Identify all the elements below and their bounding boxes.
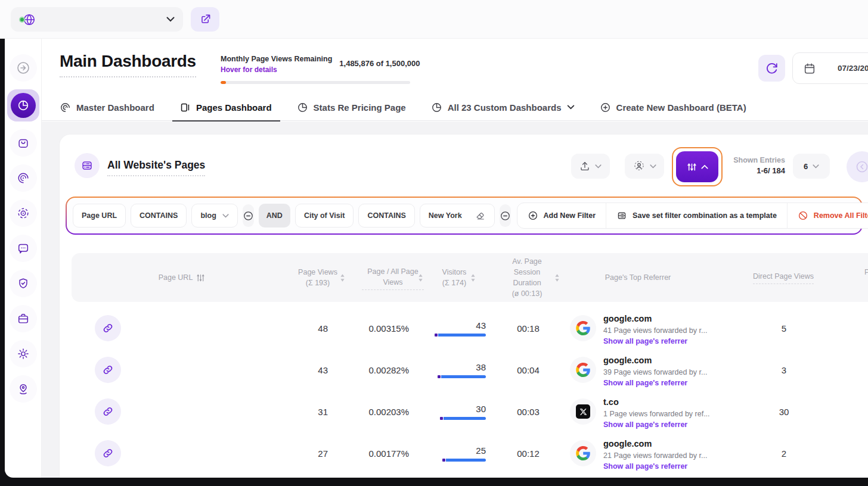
sort-duration[interactable]: [553, 253, 561, 302]
page-views-cell: 27: [268, 432, 328, 474]
filter-value-chip[interactable]: New York: [420, 204, 495, 228]
col-label: Page Views: [298, 267, 337, 278]
dashboard-pie-icon: [11, 93, 36, 118]
table-row[interactable]: 27 0.00177% 25 00:12 google.com 21 Page …: [72, 432, 868, 474]
col-sublabel: Views: [383, 277, 402, 288]
col-direct-page-views[interactable]: Direct Page Views: [736, 253, 831, 302]
no-entry-icon: [798, 210, 808, 221]
page-url-cell: [185, 307, 268, 349]
column-sliders-icon[interactable]: [196, 273, 205, 282]
chevron-down-icon: [813, 164, 819, 169]
save-filter-template-button[interactable]: Save set filter combination as a templat…: [606, 203, 787, 228]
top-bar: [0, 0, 868, 39]
chevron-down-icon: [222, 214, 229, 218]
plus-circle-icon: [528, 210, 538, 221]
sidebar-item-behavior[interactable]: [10, 164, 37, 192]
sort-visitors[interactable]: [469, 253, 477, 302]
direct-views-cell: 2: [754, 432, 814, 474]
referrer-detail: 1 Page views forwarded by ref...: [603, 409, 758, 419]
tab-stats-re-pricing-page[interactable]: Stats Re Pricing Page: [297, 94, 406, 121]
quota-widget: Monthly Page Views Remaining Hover for d…: [221, 55, 413, 84]
page-link-icon[interactable]: [95, 357, 121, 383]
eraser-icon[interactable]: [475, 210, 486, 221]
chevron-down-icon: [567, 105, 575, 110]
sidebar-item-settings[interactable]: [10, 340, 37, 367]
sidebar-item-session-recordings[interactable]: [10, 200, 37, 227]
refresh-button[interactable]: [758, 55, 785, 82]
sort-ratio[interactable]: [416, 253, 424, 302]
sidebar-item-visitor-map[interactable]: [10, 375, 37, 403]
export-button[interactable]: [571, 154, 610, 179]
main-area: Main Dashboards Monthly Page Views Remai…: [42, 39, 868, 478]
dashboard-tabs: Master Dashboard Pages Dashboard Stats R…: [60, 94, 868, 121]
filter-value-chip[interactable]: blog: [191, 204, 237, 228]
table-row[interactable]: 31 0.00203% 30 00:03 t.co 1 Page views f…: [72, 391, 868, 432]
direct-views-cell: 5: [754, 307, 814, 349]
filter-field-chip[interactable]: Page URL: [73, 204, 126, 228]
tab-create-new-dashboard[interactable]: Create New Dashboard (BETA): [600, 94, 746, 121]
sort-page-views[interactable]: [338, 253, 346, 302]
google-favicon: [570, 440, 596, 466]
col-ratio[interactable]: Page / All Page Views: [362, 266, 424, 290]
calendar-icon: [803, 62, 816, 75]
referrer-show-all-link[interactable]: Show all page's referrer: [603, 336, 758, 347]
website-selector[interactable]: [11, 7, 183, 32]
remove-filter-button[interactable]: [243, 204, 254, 227]
refresh-icon: [765, 62, 778, 74]
ratio-cell: 0.00177%: [337, 432, 409, 474]
page-link-icon[interactable]: [95, 398, 121, 425]
page-views-cell: 43: [268, 349, 328, 391]
filter-operator-chip[interactable]: CONTAINS: [131, 204, 187, 228]
filters-toggle-button[interactable]: [676, 151, 718, 182]
open-website-button[interactable]: [191, 7, 219, 32]
sidebar-item-company[interactable]: [10, 305, 37, 332]
page-link-icon[interactable]: [95, 315, 121, 341]
add-new-filter-button[interactable]: Add New Filter: [517, 203, 606, 228]
referrer-cell: t.co 1 Page views forwarded by ref... Sh…: [603, 397, 758, 430]
sidebar-item-privacy[interactable]: [10, 270, 37, 297]
table-row[interactable]: 48 0.00315% 43 00:18 google.com 41 Page …: [72, 307, 868, 349]
table-row[interactable]: 43 0.00282% 38 00:04 google.com 39 Page …: [72, 349, 868, 391]
visitors-bar: [440, 417, 486, 420]
referrer-show-all-link[interactable]: Show all page's referrer: [603, 378, 758, 388]
tab-master-dashboard[interactable]: Master Dashboard: [60, 94, 154, 121]
tab-all-custom-dashboards[interactable]: All 23 Custom Dashboards: [431, 94, 575, 121]
referrer-cell: google.com 41 Page views forwarded by r.…: [603, 313, 758, 347]
col-sublabel: (: [864, 278, 868, 288]
filter-conjunction-chip[interactable]: AND: [259, 204, 290, 228]
sidebar-item-dashboards[interactable]: [7, 89, 39, 122]
shield-check-icon: [17, 277, 30, 290]
tab-label: Pages Dashboard: [196, 102, 272, 113]
remove-filter-button[interactable]: [500, 204, 511, 227]
lens-icon: [17, 207, 30, 220]
page-size-select[interactable]: 6: [793, 154, 830, 179]
date-range-picker[interactable]: 07/23/2020: [792, 52, 868, 84]
filter-value-text: blog: [200, 211, 216, 220]
quota-hover-link[interactable]: Hover for details: [221, 66, 332, 74]
visitors-cell: 30: [429, 391, 486, 432]
sidebar-item-feedback[interactable]: [10, 235, 37, 262]
col-cut[interactable]: Page' (: [864, 253, 868, 302]
referrer-show-all-link[interactable]: Show all page's referrer: [603, 461, 758, 472]
col-label: Av. Page: [512, 256, 542, 267]
referrer-show-all-link[interactable]: Show all page's referrer: [603, 419, 758, 430]
col-top-referrer[interactable]: Page's Top Referrer: [578, 253, 698, 302]
sidebar-item-expand[interactable]: [10, 54, 37, 82]
person-icon: [633, 160, 645, 172]
col-duration[interactable]: Av. Page Session Duration (ø 00:13): [497, 253, 557, 302]
col-page-url[interactable]: Page URL: [149, 253, 215, 302]
page-link-icon[interactable]: [95, 440, 121, 466]
shown-entries-label: Shown Entries: [723, 156, 785, 164]
remove-all-filters-button[interactable]: Remove All Filters: [788, 203, 868, 228]
scroll-right-button[interactable]: [847, 151, 868, 182]
col-label: Duration: [513, 278, 541, 288]
sidebar-item-ecommerce[interactable]: [10, 129, 37, 157]
visitors-cell: 25: [429, 432, 486, 474]
ratio-cell: 0.00315%: [337, 307, 409, 349]
filter-operator-chip[interactable]: CONTAINS: [358, 204, 414, 228]
filter-field-chip[interactable]: City of Visit: [295, 204, 354, 228]
arrow-left-circle-icon: [855, 160, 868, 174]
gear-icon: [17, 347, 30, 360]
segments-button[interactable]: [625, 154, 664, 179]
tab-pages-dashboard[interactable]: Pages Dashboard: [179, 94, 272, 121]
